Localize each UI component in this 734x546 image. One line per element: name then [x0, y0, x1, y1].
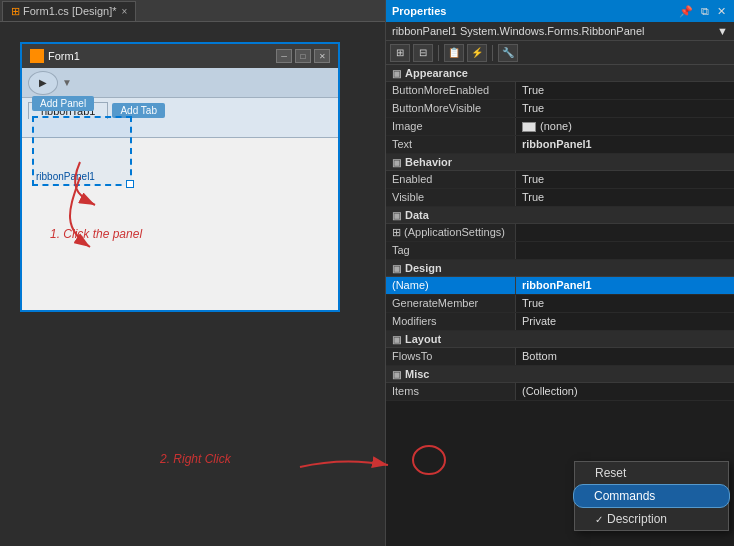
- prop-value[interactable]: ribbonPanel1: [516, 277, 734, 294]
- misc-label: Misc: [405, 368, 429, 380]
- prop-value[interactable]: [516, 224, 734, 241]
- collapse-icon: ▣: [392, 157, 401, 168]
- properties-title: Properties: [392, 5, 446, 17]
- prop-value[interactable]: True: [516, 295, 734, 312]
- prop-row-visible: Visible True: [386, 189, 734, 207]
- properties-header-controls: 📌 ⧉ ✕: [677, 5, 728, 18]
- properties-view-button[interactable]: 📋: [444, 44, 464, 62]
- design-section: ▣ Design (Name) ribbonPanel1 GenerateMem…: [386, 260, 734, 331]
- quick-access-toolbar: ▶: [28, 71, 58, 95]
- ribbon-panel-box[interactable]: ribbonPanel1: [32, 116, 132, 186]
- properties-panel: Properties 📌 ⧉ ✕ ribbonPanel1 System.Win…: [385, 0, 734, 546]
- collapse-icon: ▣: [392, 369, 401, 380]
- misc-header[interactable]: ▣ Misc: [386, 366, 734, 383]
- behavior-section: ▣ Behavior Enabled True Visible True: [386, 154, 734, 207]
- tab-label: Form1.cs [Design]*: [23, 5, 117, 17]
- prop-value[interactable]: Bottom: [516, 348, 734, 365]
- instruction-1-text: 1. Click the panel: [50, 227, 142, 241]
- layout-header[interactable]: ▣ Layout: [386, 331, 734, 348]
- prop-value[interactable]: Private: [516, 313, 734, 330]
- prop-value[interactable]: True: [516, 82, 734, 99]
- prop-value[interactable]: True: [516, 171, 734, 188]
- layout-label: Layout: [405, 333, 441, 345]
- reset-label: Reset: [595, 466, 626, 480]
- prop-row-flows-to: FlowsTo Bottom: [386, 348, 734, 366]
- property-pages-button[interactable]: 🔧: [498, 44, 518, 62]
- check-icon: ✓: [595, 514, 603, 525]
- layout-section: ▣ Layout FlowsTo Bottom: [386, 331, 734, 366]
- appearance-header[interactable]: ▣ Appearance: [386, 65, 734, 82]
- appearance-section: ▣ Appearance ButtonMoreEnabled True Butt…: [386, 65, 734, 154]
- collapse-icon: ▣: [392, 210, 401, 221]
- prop-row-text: Text ribbonPanel1: [386, 136, 734, 154]
- prop-name: ⊞ (ApplicationSettings): [386, 224, 516, 241]
- form-title: Form1: [48, 50, 276, 62]
- collapse-icon: ▣: [392, 334, 401, 345]
- toolbar-separator-1: [438, 45, 439, 61]
- minimize-button[interactable]: ─: [276, 49, 292, 63]
- prop-row-tag: Tag: [386, 242, 734, 260]
- properties-object-bar[interactable]: ribbonPanel1 System.Windows.Forms.Ribbon…: [386, 22, 734, 41]
- prop-row-image: Image (none): [386, 118, 734, 136]
- prop-row-generate-member: GenerateMember True: [386, 295, 734, 313]
- prop-row-enabled: Enabled True: [386, 171, 734, 189]
- form-window: Form1 ─ □ ✕ ▶ ▼ ribbonTab1 Add: [20, 42, 340, 312]
- data-section: ▣ Data ⊞ (ApplicationSettings) Tag: [386, 207, 734, 260]
- form-icon: [30, 49, 44, 63]
- prop-value[interactable]: (Collection): [516, 383, 734, 400]
- properties-header: Properties 📌 ⧉ ✕: [386, 0, 734, 22]
- prop-name: ButtonMoreVisible: [386, 100, 516, 117]
- toolbar-separator-2: [492, 45, 493, 61]
- prop-value[interactable]: True: [516, 100, 734, 117]
- prop-value[interactable]: (none): [516, 118, 734, 135]
- prop-name: (Name): [386, 277, 516, 294]
- form-window-controls: ─ □ ✕: [276, 49, 330, 63]
- ribbon-panel-label: ribbonPanel1: [36, 171, 95, 182]
- description-label: Description: [607, 512, 667, 526]
- categorized-view-button[interactable]: ⊞: [390, 44, 410, 62]
- prop-name: Modifiers: [386, 313, 516, 330]
- float-button[interactable]: ⧉: [699, 5, 711, 18]
- prop-row-modifiers: Modifiers Private: [386, 313, 734, 331]
- appearance-label: Appearance: [405, 67, 468, 79]
- prop-name: FlowsTo: [386, 348, 516, 365]
- prop-row-name: (Name) ribbonPanel1: [386, 277, 734, 295]
- form-design-area: Form1 ─ □ ✕ ▶ ▼ ribbonTab1 Add: [0, 22, 385, 546]
- data-header[interactable]: ▣ Data: [386, 207, 734, 224]
- prop-name: ButtonMoreEnabled: [386, 82, 516, 99]
- prop-value[interactable]: True: [516, 189, 734, 206]
- prop-value[interactable]: [516, 242, 734, 259]
- form-titlebar: Form1 ─ □ ✕: [22, 44, 338, 68]
- context-menu-description[interactable]: ✓ Description: [575, 508, 728, 530]
- maximize-button[interactable]: □: [295, 49, 311, 63]
- alphabetical-view-button[interactable]: ⊟: [413, 44, 433, 62]
- add-panel-button[interactable]: Add Panel: [32, 96, 94, 111]
- prop-row-button-more-visible: ButtonMoreVisible True: [386, 100, 734, 118]
- resize-handle[interactable]: [126, 180, 134, 188]
- close-properties-button[interactable]: ✕: [715, 5, 728, 18]
- instruction-2-text: 2. Right Click: [160, 452, 231, 466]
- behavior-header[interactable]: ▣ Behavior: [386, 154, 734, 171]
- pin-button[interactable]: 📌: [677, 5, 695, 18]
- prop-row-button-more-enabled: ButtonMoreEnabled True: [386, 82, 734, 100]
- dropdown-indicator: ▼: [62, 77, 72, 88]
- context-menu-commands[interactable]: Commands: [573, 484, 730, 508]
- design-label: Design: [405, 262, 442, 274]
- prop-name: Visible: [386, 189, 516, 206]
- prop-name: Tag: [386, 242, 516, 259]
- context-menu-reset[interactable]: Reset: [575, 462, 728, 484]
- prop-value[interactable]: ribbonPanel1: [516, 136, 734, 153]
- tab-close-button[interactable]: ×: [122, 6, 128, 17]
- close-button[interactable]: ✕: [314, 49, 330, 63]
- collapse-icon: ▣: [392, 263, 401, 274]
- prop-name: Image: [386, 118, 516, 135]
- design-header[interactable]: ▣ Design: [386, 260, 734, 277]
- tab-bar: ⊞ Form1.cs [Design]* ×: [0, 0, 385, 22]
- prop-row-appsettings: ⊞ (ApplicationSettings): [386, 224, 734, 242]
- collapse-icon: ▣: [392, 68, 401, 79]
- events-view-button[interactable]: ⚡: [467, 44, 487, 62]
- form-design-tab[interactable]: ⊞ Form1.cs [Design]* ×: [2, 1, 136, 21]
- object-dropdown-arrow[interactable]: ▼: [717, 25, 728, 37]
- prop-name: Enabled: [386, 171, 516, 188]
- color-swatch: [522, 122, 536, 132]
